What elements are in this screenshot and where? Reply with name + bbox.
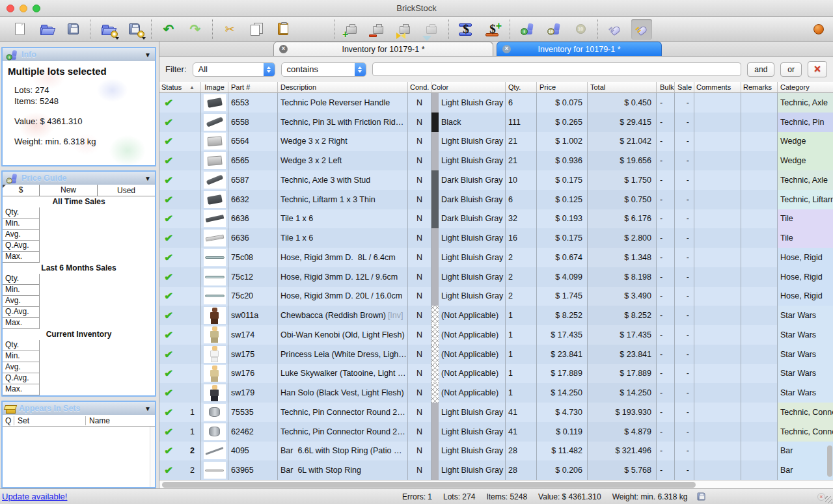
tab-inventory-2-active[interactable]: × Inventory for 10179-1 * bbox=[497, 42, 662, 56]
filter-operator-select[interactable]: contains bbox=[281, 62, 366, 77]
collapse-triangle-icon[interactable]: ▼ bbox=[144, 51, 151, 59]
import-button[interactable] bbox=[97, 19, 118, 40]
table-row[interactable]: ✔sw174Obi-Wan Kenobi (Old, Light Flesh)N… bbox=[159, 325, 833, 345]
table-row[interactable]: ✔75c20Hose, Rigid 3mm D. 20L / 16.0cmNLi… bbox=[159, 287, 833, 306]
column-header-image[interactable]: Image bbox=[201, 82, 228, 92]
set-price-to-guide-button[interactable]: $+ bbox=[482, 19, 503, 40]
column-header-sale[interactable]: Sale bbox=[675, 82, 694, 92]
column-set[interactable]: Set bbox=[14, 416, 86, 425]
table-row[interactable]: ✔6553Technic Pole Reverser HandleNLight … bbox=[159, 93, 833, 113]
price-guide-row-label[interactable]: Q.Avg. bbox=[3, 307, 40, 318]
filter-field-select[interactable]: All bbox=[193, 62, 275, 77]
undo-button[interactable]: ↶ bbox=[158, 19, 179, 40]
price-guide-row-label[interactable]: Qty. bbox=[3, 274, 40, 285]
column-name[interactable]: Name bbox=[86, 416, 155, 425]
column-header-price[interactable]: Price bbox=[537, 82, 588, 92]
price-guide-row-label[interactable]: Min. bbox=[3, 285, 40, 296]
price-guide-button[interactable]: $ bbox=[456, 19, 476, 40]
price-guide-row-label[interactable]: Max. bbox=[3, 384, 40, 395]
price-guide-row-label[interactable]: Qty. bbox=[3, 340, 40, 351]
table-row[interactable]: ✔sw175Princess Leia (White Dress, Light … bbox=[159, 345, 833, 364]
column-header-remarks[interactable]: Remarks bbox=[741, 82, 778, 92]
price-guide-row-label[interactable]: Min. bbox=[3, 219, 40, 230]
table-row[interactable]: ✔sw179Han Solo (Black Vest, Light Flesh)… bbox=[159, 383, 833, 403]
paste-button[interactable] bbox=[273, 19, 294, 40]
column-header-color[interactable]: Color bbox=[431, 82, 506, 92]
appears-in-sets-scrollbar[interactable] bbox=[150, 427, 155, 487]
table-row[interactable]: ✔75c12Hose, Rigid 3mm D. 12L / 9.6cmNLig… bbox=[159, 267, 833, 287]
part-out-button[interactable] bbox=[421, 19, 442, 40]
column-header-desc[interactable]: Description bbox=[278, 82, 408, 92]
subtract-items-button[interactable] bbox=[368, 19, 389, 40]
redo-button[interactable]: ↷ bbox=[185, 19, 206, 40]
column-q[interactable]: Q bbox=[3, 416, 14, 425]
column-header-bulk[interactable]: Bulk bbox=[657, 82, 675, 92]
price-guide-row-label[interactable]: Min. bbox=[3, 351, 40, 362]
brickstock-logo-button[interactable] bbox=[808, 19, 829, 40]
new-document-button[interactable] bbox=[9, 19, 30, 40]
price-guide-row-label[interactable]: Avg. bbox=[3, 296, 40, 307]
filter-text-input[interactable] bbox=[372, 62, 742, 76]
price-guide-col-new[interactable]: New bbox=[40, 185, 98, 196]
copy-button[interactable] bbox=[246, 19, 267, 40]
price-guide-row-label[interactable]: Avg. bbox=[3, 230, 40, 241]
bricklink-offline-button[interactable] bbox=[605, 19, 625, 40]
price-guide-col-currency[interactable]: $ bbox=[3, 185, 40, 196]
vertical-scrollbar-thumb[interactable] bbox=[827, 445, 832, 477]
table-row[interactable]: ✔162462Technic, Pin Connector Round 2L w… bbox=[159, 422, 833, 442]
table-row[interactable]: ✔sw176Luke Skywalker (Tatooine, Light Fl… bbox=[159, 364, 833, 384]
add-items-button[interactable]: + bbox=[341, 19, 362, 40]
catalog-info-button[interactable]: i bbox=[517, 19, 538, 40]
resize-grip[interactable] bbox=[825, 496, 832, 503]
column-header-qty[interactable]: Qty. bbox=[506, 82, 537, 92]
column-header-total[interactable]: Total bbox=[588, 82, 657, 92]
info-panel-header[interactable]: i Info ▼ bbox=[3, 48, 155, 61]
tab-close-icon[interactable]: × bbox=[502, 45, 511, 53]
column-header-cond[interactable]: Cond. bbox=[408, 82, 431, 92]
minimize-window-button[interactable] bbox=[20, 5, 27, 12]
price-guide-row-label[interactable]: Qty. bbox=[3, 207, 40, 219]
update-available-link[interactable]: Update available! bbox=[2, 492, 67, 501]
table-row[interactable]: ✔75c08Hose, Rigid 3mm D. 8L / 6.4cmNLigh… bbox=[159, 248, 833, 267]
horizontal-scrollbar-thumb[interactable] bbox=[162, 482, 696, 488]
cut-button[interactable]: ✂ bbox=[219, 19, 240, 40]
table-row[interactable]: ✔175535Technic, Pin Connector Round 2L w… bbox=[159, 403, 833, 422]
table-row[interactable]: ✔sw011aChewbacca (Reddish Brown)[Inv]N(N… bbox=[159, 306, 833, 325]
bricklink-online-button[interactable] bbox=[631, 19, 652, 40]
table-row[interactable]: ✔6565Wedge 3 x 2 LeftNLight Bluish Gray2… bbox=[159, 151, 833, 170]
table-row[interactable]: ✔6558Technic, Pin 3L with Friction Ridge… bbox=[159, 113, 833, 132]
price-guide-panel-header[interactable]: 10 Price Guide ▼ bbox=[3, 172, 155, 185]
open-file-button[interactable] bbox=[36, 19, 57, 40]
table-row[interactable]: ✔263965Bar 6L with Stop RingNLight Bluis… bbox=[159, 460, 833, 480]
table-row[interactable]: ✔6636Tile 1 x 6NLight Bluish Gray16$ 0.1… bbox=[159, 228, 833, 248]
column-header-part[interactable]: Part # bbox=[228, 82, 278, 92]
table-row[interactable]: ✔6632Technic, Liftarm 1 x 3 ThinNDark Bl… bbox=[159, 190, 833, 209]
column-header-status[interactable]: Status▲ bbox=[159, 82, 201, 92]
collapse-triangle-icon[interactable]: ▼ bbox=[144, 405, 151, 412]
table-row[interactable]: ✔24095Bar 6.6L with Stop Ring (Patio Umb… bbox=[159, 442, 833, 461]
zoom-window-button[interactable] bbox=[33, 5, 40, 12]
price-guide-row-label[interactable]: Max. bbox=[3, 252, 40, 263]
column-header-category[interactable]: Category bbox=[778, 82, 833, 92]
tab-close-icon[interactable]: × bbox=[279, 45, 288, 53]
collapse-triangle-icon[interactable]: ▼ bbox=[144, 175, 151, 182]
close-window-button[interactable] bbox=[7, 5, 14, 12]
filter-or-button[interactable]: or bbox=[780, 62, 802, 77]
price-guide-row-label[interactable]: Max. bbox=[3, 318, 40, 329]
price-guide-row-label[interactable]: Q.Avg. bbox=[3, 241, 40, 252]
price-guide-row-label[interactable]: Q.Avg. bbox=[3, 373, 40, 384]
save-file-button[interactable] bbox=[62, 19, 83, 40]
table-row[interactable]: ✔6636Tile 1 x 6NDark Bluish Gray32$ 0.19… bbox=[159, 209, 833, 229]
column-header-comments[interactable]: Comments bbox=[694, 82, 741, 92]
catalog-price-guide-button[interactable]: 10 bbox=[543, 19, 564, 40]
consolidate-items-button[interactable] bbox=[394, 19, 415, 40]
price-guide-col-used[interactable]: Used bbox=[98, 186, 155, 195]
export-button[interactable] bbox=[124, 19, 144, 40]
filter-clear-button[interactable]: × bbox=[808, 61, 827, 77]
horizontal-scrollbar[interactable] bbox=[159, 480, 833, 488]
table-row[interactable]: ✔6587Technic, Axle 3 with StudNDark Blui… bbox=[159, 170, 833, 190]
filter-and-button[interactable]: and bbox=[747, 62, 774, 77]
table-row[interactable]: ✔6564Wedge 3 x 2 RightNLight Bluish Gray… bbox=[159, 132, 833, 152]
round-prices-button[interactable]: 10 bbox=[570, 19, 591, 40]
tab-inventory-1[interactable]: × Inventory for 10179-1 * bbox=[273, 42, 493, 56]
